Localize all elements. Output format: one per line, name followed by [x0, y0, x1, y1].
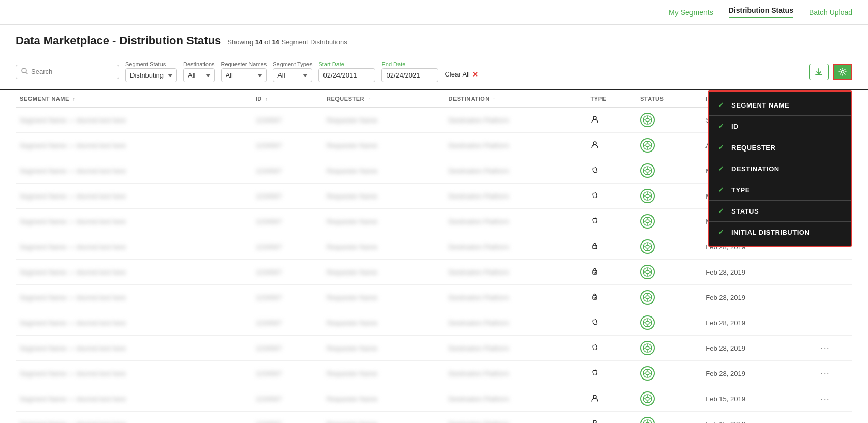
column-menu-item-col-initial-distribution[interactable]: ✓INITIAL DISTRIBUTION	[709, 223, 851, 241]
cell-id: 1234567	[252, 285, 322, 310]
cell-segment-name: Segment Name — blurred text here	[16, 310, 252, 336]
android-icon	[591, 242, 599, 250]
cell-type	[586, 234, 636, 260]
status-icon	[640, 391, 655, 406]
clear-all-button[interactable]: Clear All ✕	[445, 70, 478, 79]
search-icon	[21, 68, 28, 76]
person-icon	[591, 394, 599, 402]
cell-status	[636, 310, 701, 336]
column-menu-item-col-segment-name[interactable]: ✓SEGMENT NAME	[709, 96, 851, 114]
cell-destination: Destination Platform	[444, 310, 586, 336]
col-header-status: STATUS	[636, 90, 701, 108]
cell-initial-distribution: Feb 28, 2019	[701, 361, 816, 386]
column-menu-item-col-id[interactable]: ✓ID	[709, 117, 851, 135]
cell-destination: Destination Platform	[444, 260, 586, 285]
destinations-select[interactable]: All	[183, 68, 215, 82]
cell-initial-distribution: Feb 15, 2019	[701, 386, 816, 412]
col-header-requester[interactable]: REQUESTER ↑	[322, 90, 444, 108]
check-icon: ✓	[718, 143, 726, 152]
cell-type	[586, 184, 636, 209]
cell-actions	[816, 285, 852, 310]
cell-requester: Requester Name	[322, 412, 444, 424]
cell-status	[636, 108, 701, 133]
cell-status	[636, 234, 701, 260]
cell-requester: Requester Name	[322, 133, 444, 158]
cell-segment-name: Segment Name — blurred text here	[16, 361, 252, 386]
more-actions-button[interactable]: ···	[820, 419, 830, 424]
requester-names-label: Requester Names	[221, 61, 267, 67]
column-settings-button[interactable]	[833, 64, 852, 80]
status-icon	[640, 341, 655, 355]
apple-icon	[591, 343, 599, 352]
column-menu-item-label: TYPE	[731, 186, 750, 194]
more-actions-button[interactable]: ···	[820, 368, 830, 379]
svg-point-67	[646, 321, 649, 324]
status-icon	[640, 239, 655, 254]
status-icon	[640, 290, 655, 305]
cell-type	[586, 158, 636, 184]
apple-icon	[591, 369, 599, 377]
segment-status-select[interactable]: Distributing	[125, 68, 177, 82]
sort-arrow-destination: ↑	[493, 97, 495, 102]
cell-segment-name: Segment Name — blurred text here	[16, 285, 252, 310]
menu-divider	[709, 115, 851, 116]
cell-status	[636, 158, 701, 184]
status-icon	[640, 189, 655, 203]
table-row: Segment Name — blurred text here1234567R…	[16, 386, 852, 412]
more-actions-button[interactable]: ···	[820, 394, 830, 404]
cell-segment-name: Segment Name — blurred text here	[16, 184, 252, 209]
col-header-destination[interactable]: DESTINATION ↑	[444, 90, 586, 108]
cell-requester: Requester Name	[322, 310, 444, 336]
cell-destination: Destination Platform	[444, 386, 586, 412]
menu-divider	[709, 221, 851, 222]
cell-initial-distribution: Feb 28, 2019	[701, 285, 816, 310]
cell-type	[586, 336, 636, 361]
requester-names-select[interactable]: All	[221, 68, 267, 82]
svg-point-79	[646, 372, 649, 375]
cell-status	[636, 260, 701, 285]
status-icon	[640, 163, 655, 178]
download-button[interactable]	[809, 64, 829, 80]
column-menu-item-col-status[interactable]: ✓STATUS	[709, 202, 851, 220]
nav-my-segments[interactable]: My Segments	[669, 8, 713, 17]
column-visibility-menu: ✓SEGMENT NAME✓ID✓REQUESTER✓DESTINATION✓T…	[708, 90, 852, 247]
cell-segment-name: Segment Name — blurred text here	[16, 336, 252, 361]
more-actions-button[interactable]: ···	[820, 343, 830, 353]
cell-requester: Requester Name	[322, 158, 444, 184]
search-input[interactable]	[31, 68, 113, 75]
column-menu-item-label: SEGMENT NAME	[731, 101, 789, 109]
cell-segment-name: Segment Name — blurred text here	[16, 158, 252, 184]
toolbar-right	[809, 64, 852, 80]
column-menu-item-col-destination[interactable]: ✓DESTINATION	[709, 159, 851, 178]
col-header-segment-name[interactable]: SEGMENT NAME ↑	[16, 90, 252, 108]
cell-status	[636, 133, 701, 158]
end-date-input[interactable]	[381, 68, 438, 82]
cell-actions: ···	[816, 361, 852, 386]
cell-destination: Destination Platform	[444, 336, 586, 361]
nav-distribution-status[interactable]: Distribution Status	[729, 6, 793, 18]
cell-id: 1234567	[252, 234, 322, 260]
start-date-input[interactable]	[318, 68, 375, 82]
nav-batch-upload[interactable]: Batch Upload	[809, 8, 852, 17]
svg-point-4	[593, 116, 596, 119]
svg-point-11	[593, 142, 596, 145]
top-nav: My Segments Distribution Status Batch Up…	[0, 0, 868, 25]
clear-all-label: Clear All	[445, 70, 469, 78]
cell-actions	[816, 260, 852, 285]
svg-point-57	[593, 297, 594, 298]
cell-destination: Destination Platform	[444, 184, 586, 209]
cell-id: 1234567	[252, 158, 322, 184]
cell-destination: Destination Platform	[444, 234, 586, 260]
table-row: Segment Name — blurred text here1234567R…	[16, 336, 852, 361]
column-menu-item-col-requester[interactable]: ✓REQUESTER	[709, 138, 851, 157]
column-menu-item-col-type[interactable]: ✓TYPE	[709, 180, 851, 199]
cell-requester: Requester Name	[322, 336, 444, 361]
col-header-id[interactable]: ID ↑	[252, 90, 322, 108]
cell-destination: Destination Platform	[444, 108, 586, 133]
cell-id: 1234567	[252, 108, 322, 133]
cell-initial-distribution: Feb 28, 2019	[701, 260, 816, 285]
cell-status	[636, 285, 701, 310]
segment-types-select[interactable]: All	[273, 68, 312, 82]
status-icon	[640, 315, 655, 330]
cell-type	[586, 133, 636, 158]
